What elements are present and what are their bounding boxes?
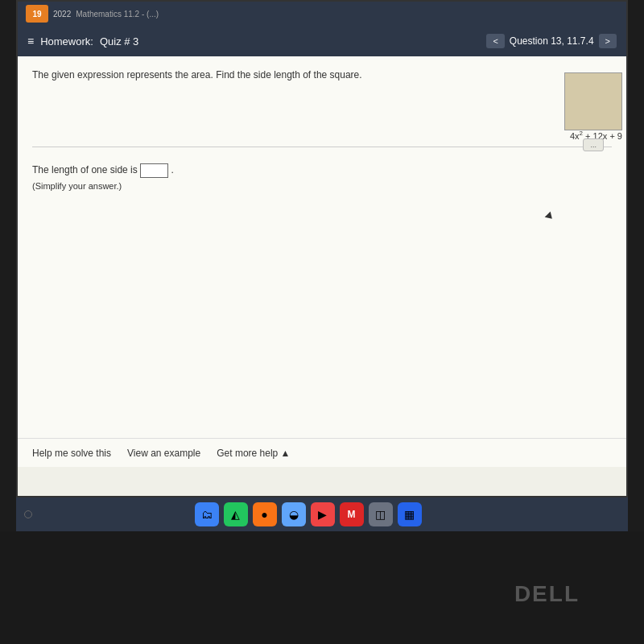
taskbar-circle — [24, 510, 32, 518]
next-question-button[interactable]: > — [599, 34, 617, 48]
dell-logo: DELL — [514, 581, 580, 607]
prev-question-button[interactable]: < — [486, 34, 504, 48]
question-text: The given expression represents the area… — [32, 68, 612, 82]
help-bar: Help me solve this View an example Get m… — [18, 438, 626, 467]
hamburger-icon[interactable]: ≡ — [27, 35, 34, 47]
taskbar-icon-meet[interactable]: ◒ — [282, 502, 306, 526]
top-bar: 19 2022 Mathematics 11.2 - (...) — [18, 2, 626, 26]
taskbar-icon-chrome[interactable]: ● — [253, 502, 277, 526]
top-bar-left: 19 2022 Mathematics 11.2 - (...) — [26, 5, 159, 23]
more-help-link[interactable]: Get more help ▲ — [217, 448, 290, 459]
content-area: The given expression represents the area… — [18, 56, 626, 467]
expand-button[interactable]: ... — [583, 138, 604, 151]
simplify-note: (Simplify your answer.) — [32, 181, 612, 191]
dell-area: DELL — [0, 531, 644, 644]
taskbar-icon-calendar[interactable]: ◫ — [369, 502, 393, 526]
homework-label: Homework: — [40, 35, 93, 47]
app-logo: 19 — [26, 5, 48, 23]
help-solve-link[interactable]: Help me solve this — [32, 448, 111, 459]
answer-text: The length of one side is . — [32, 163, 612, 178]
view-example-link[interactable]: View an example — [127, 448, 200, 459]
square-diagram — [564, 72, 622, 130]
answer-input-box[interactable] — [140, 163, 168, 178]
taskbar-icon-files[interactable]: 🗂 — [195, 502, 219, 526]
divider: ... — [32, 147, 612, 147]
diagram-area: 4x2 + 12x + 9 — [554, 68, 626, 141]
taskbar-icon-youtube[interactable]: ▶ — [311, 502, 335, 526]
mouse-cursor — [545, 212, 555, 222]
header-bar: ≡ Homework: Quiz # 3 < Question 13, 11.7… — [18, 26, 626, 56]
taskbar: 🗂 ◭ ● ◒ ▶ M ◫ ▦ — [16, 497, 628, 531]
header-center: < Question 13, 11.7.4 > — [486, 34, 617, 48]
monitor: 19 2022 Mathematics 11.2 - (...) ≡ Homew… — [0, 0, 644, 644]
header-left: ≡ Homework: Quiz # 3 — [27, 35, 138, 47]
year-label: 2022 — [53, 10, 71, 19]
taskbar-icon-docs[interactable]: ◭ — [224, 502, 248, 526]
screen: 19 2022 Mathematics 11.2 - (...) ≡ Homew… — [16, 0, 628, 497]
answer-area: The length of one side is . (Simplify yo… — [32, 159, 612, 191]
taskbar-icons: 🗂 ◭ ● ◒ ▶ M ◫ ▦ — [195, 502, 422, 526]
taskbar-icon-drive[interactable]: ▦ — [398, 502, 422, 526]
question-info: Question 13, 11.7.4 — [510, 35, 594, 47]
quiz-label: Quiz # 3 — [100, 35, 138, 47]
taskbar-icon-gmail[interactable]: M — [340, 502, 364, 526]
app-title: Mathematics 11.2 - (...) — [76, 10, 159, 19]
